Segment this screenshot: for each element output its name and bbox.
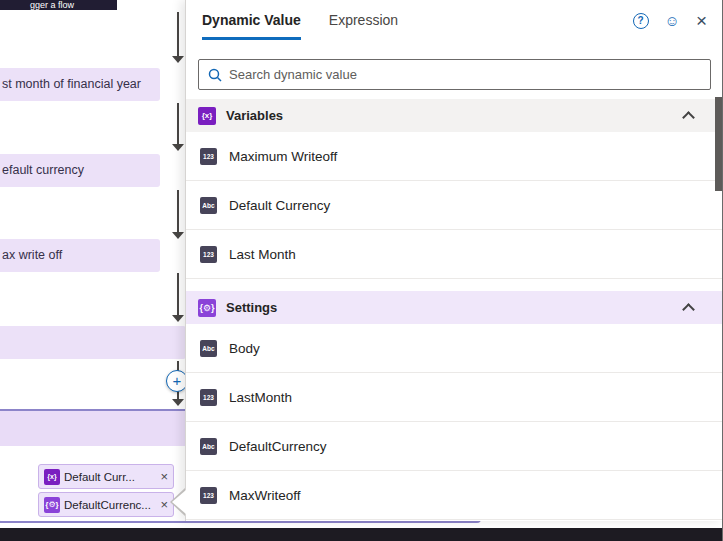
connector-arrow-icon [172, 232, 184, 239]
chevron-up-icon[interactable] [682, 303, 695, 316]
text-type-icon: Abc [200, 197, 217, 214]
dynamic-content-chip[interactable]: {x} Default Curr... × [38, 464, 174, 489]
settings-icon: {⚙} [44, 497, 60, 513]
connector-line [177, 273, 179, 315]
connector-arrow-icon [172, 399, 184, 406]
flow-card-label: st month of financial year [2, 77, 141, 91]
chip-label: DefaultCurrenc... [64, 499, 156, 511]
text-type-icon: Abc [200, 438, 217, 455]
connector-line [177, 12, 179, 56]
list-item-default-currency[interactable]: Abc Default Currency [186, 181, 723, 230]
variables-icon: {x} [44, 469, 60, 485]
list-item-label: LastMonth [229, 390, 292, 405]
chevron-up-icon[interactable] [682, 111, 695, 124]
bottom-bar [0, 528, 723, 541]
connector-line [177, 190, 179, 232]
help-icon[interactable]: ? [633, 13, 649, 29]
number-type-icon: 123 [200, 148, 217, 165]
connector-arrow-icon [172, 56, 184, 63]
list-item-defaultcurrency[interactable]: Abc DefaultCurrency [186, 422, 723, 471]
close-icon[interactable]: × [696, 13, 707, 29]
section-header-settings[interactable]: {⚙} Settings [186, 291, 723, 324]
list-item-body[interactable]: Abc Body [186, 324, 723, 373]
list-item-label: Default Currency [229, 198, 330, 213]
number-type-icon: 123 [200, 246, 217, 263]
chip-label: Default Curr... [64, 471, 156, 483]
section-title: Settings [226, 300, 277, 315]
dynamic-content-chip[interactable]: {⚙} DefaultCurrenc... × [38, 492, 174, 517]
trigger-title-fragment: gger a flow [0, 0, 117, 10]
list-item-label: Maximum Writeoff [229, 149, 337, 164]
flow-card-label: ax write off [2, 248, 62, 262]
settings-icon: {⚙} [198, 299, 216, 317]
panel-header-icons: ? ☺ × [633, 12, 707, 29]
list-item-label: DefaultCurrency [229, 439, 327, 454]
flow-card-label: efault currency [2, 163, 84, 177]
text-type-icon: Abc [200, 340, 217, 357]
trigger-title-text: gger a flow [30, 0, 74, 10]
flow-card-max-write-off[interactable]: ax write off [0, 239, 160, 272]
connector-arrow-icon [172, 144, 184, 151]
section-gap [186, 279, 723, 291]
number-type-icon: 123 [200, 389, 217, 406]
search-icon [208, 68, 222, 82]
flow-card-last-month[interactable]: st month of financial year [0, 68, 160, 101]
scrollbar-thumb[interactable] [715, 97, 722, 191]
flow-card-default-currency[interactable]: efault currency [0, 154, 160, 187]
close-icon[interactable]: × [160, 469, 168, 484]
search-input[interactable] [229, 67, 701, 82]
section-title: Variables [226, 108, 283, 123]
list-item-maxwriteoff[interactable]: 123 MaxWriteoff [186, 471, 723, 520]
tab-expression[interactable]: Expression [329, 12, 398, 40]
list-item-label: Body [229, 341, 260, 356]
section-header-variables[interactable]: {x} Variables [186, 99, 723, 132]
connector-arrow-icon [172, 315, 184, 322]
list-item-maximum-writeoff[interactable]: 123 Maximum Writeoff [186, 132, 723, 181]
connector-line [177, 103, 179, 144]
list-item-lastmonth[interactable]: 123 LastMonth [186, 373, 723, 422]
tab-dynamic-value[interactable]: Dynamic Value [202, 12, 301, 40]
list-item-last-month[interactable]: 123 Last Month [186, 230, 723, 279]
flow-card-unnamed[interactable] [0, 326, 186, 359]
dynamic-value-panel: Dynamic Value Expression ? ☺ × {x} Varia… [185, 0, 723, 521]
callout-beak [172, 490, 186, 514]
feedback-smiley-icon[interactable]: ☺ [665, 12, 680, 29]
list-item-label: MaxWriteoff [229, 488, 301, 503]
close-icon[interactable]: × [160, 497, 168, 512]
dynamic-value-list: {x} Variables 123 Maximum Writeoff Abc D… [186, 99, 723, 520]
variables-icon: {x} [198, 107, 216, 125]
number-type-icon: 123 [200, 487, 217, 504]
search-box[interactable] [198, 59, 711, 90]
list-item-label: Last Month [229, 247, 296, 262]
